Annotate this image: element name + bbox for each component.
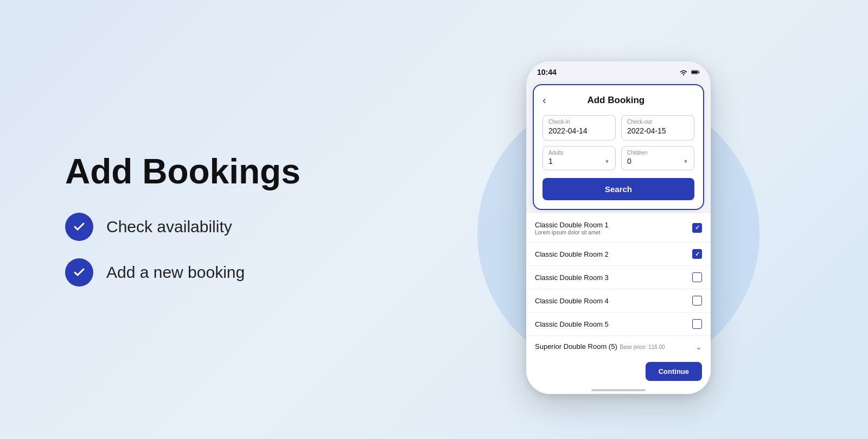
adults-label: Adults [548,150,610,156]
room-name-5: Classic Double Room 5 [535,320,692,328]
wifi-icon [679,69,688,75]
date-row: Check-in 2022-04-14 Check-out 2022-04-15 [542,115,694,141]
children-field[interactable]: Children 0 ▼ [621,146,694,170]
checkin-label: Check-in [548,119,610,125]
adults-dropdown-icon: ▼ [604,158,610,164]
left-section: Add Bookings Check availability Add a ne… [0,109,369,329]
checkin-value: 2022-04-14 [548,126,588,135]
room-item-3[interactable]: Classic Double Room 3 [526,266,711,289]
room-item-5[interactable]: Classic Double Room 5 [526,313,711,336]
feature-new-booking: Add a new booking [65,258,326,287]
back-button[interactable]: ‹ [542,94,551,106]
children-value: 0 [627,157,631,166]
superior-room-info: Superior Double Room (5) Base price: 116… [535,341,695,351]
continue-row: Continue [526,357,711,390]
feature-availability-text: Check availability [106,218,232,236]
search-button[interactable]: Search [542,178,694,200]
svg-rect-2 [692,71,698,73]
superior-room-sub: Base price: 116.00 [620,344,665,350]
room-checkbox-1[interactable] [692,223,702,233]
page-title: Add Bookings [65,152,326,190]
adults-field[interactable]: Adults 1 ▼ [542,146,616,170]
room-checkbox-3[interactable] [692,272,702,282]
battery-icon [691,69,700,75]
room-name-4: Classic Double Room 4 [535,297,692,305]
right-section: 10:44 ‹ Add Booking [369,45,868,394]
checkout-field[interactable]: Check-out 2022-04-15 [621,115,694,141]
features-list: Check availability Add a new booking [65,213,326,287]
children-dropdown-icon: ▼ [683,158,688,164]
status-time: 10:44 [537,68,557,77]
room-item-1[interactable]: Classic Double Room 1 Lorem ipsum dolor … [526,213,711,243]
room-list: Classic Double Room 1 Lorem ipsum dolor … [526,213,711,394]
card-header: ‹ Add Booking [542,94,694,106]
check-icon-new-booking [65,258,93,287]
phone-bottom-bar [526,390,711,394]
feature-availability: Check availability [65,213,326,241]
room-name-3: Classic Double Room 3 [535,273,692,282]
children-label: Children [627,150,688,156]
checkout-value: 2022-04-15 [627,126,666,135]
room-item-4[interactable]: Classic Double Room 4 [526,289,711,313]
checkin-field[interactable]: Check-in 2022-04-14 [542,115,616,141]
room-checkbox-5[interactable] [692,319,702,329]
phone-status-bar: 10:44 [526,61,711,80]
checkout-label: Check-out [627,119,688,125]
status-icons [679,69,700,75]
guests-row: Adults 1 ▼ Children 0 ▼ [542,146,694,170]
room-name-1: Classic Double Room 1 Lorem ipsum dolor … [535,220,609,236]
home-indicator [591,389,646,391]
feature-new-booking-text: Add a new booking [106,263,245,282]
room-item-2[interactable]: Classic Double Room 2 [526,243,711,266]
room-checkbox-4[interactable] [692,296,702,306]
adults-value: 1 [548,157,553,166]
card-title: Add Booking [551,95,681,106]
room-checkbox-2[interactable] [692,249,702,259]
room-item-superior[interactable]: Superior Double Room (5) Base price: 116… [526,336,711,357]
superior-room-name: Superior Double Room (5) [535,342,617,351]
check-icon-availability [65,213,93,241]
expand-chevron-icon[interactable]: ⌄ [695,342,702,351]
booking-card: ‹ Add Booking Check-in 2022-04-14 Check-… [533,84,704,210]
room-name-2: Classic Double Room 2 [535,250,692,258]
continue-button[interactable]: Continue [646,362,702,381]
phone-mockup: 10:44 ‹ Add Booking [526,61,711,394]
svg-rect-1 [699,71,700,73]
